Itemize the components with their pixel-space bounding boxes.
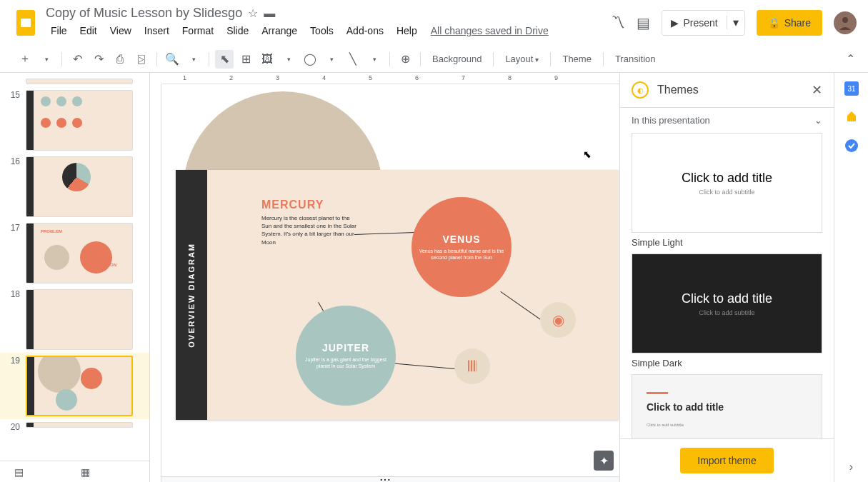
menu-insert[interactable]: Insert — [139, 22, 174, 39]
theme-button[interactable]: Theme — [557, 54, 597, 64]
mercury-title[interactable]: MERCURY — [261, 199, 324, 211]
thumb-preview[interactable] — [26, 156, 133, 217]
move-folder-icon[interactable]: ▬ — [264, 7, 275, 20]
share-button[interactable]: 🔒 Share — [757, 10, 822, 36]
present-button[interactable]: ▶Present ▾ — [662, 10, 744, 36]
themes-list[interactable]: Click to add titleClick to add subtitleS… — [620, 133, 834, 438]
mercury-text[interactable]: Mercury is the closest planet to the Sun… — [261, 214, 361, 246]
thumb-preview[interactable] — [26, 289, 133, 350]
thumbnail-16[interactable]: 16 — [0, 154, 149, 220]
select-tool[interactable]: ⬉ — [215, 50, 234, 69]
layout-button[interactable]: Layout — [499, 54, 544, 64]
undo-button[interactable]: ↶ — [68, 50, 86, 69]
image-tool[interactable]: 🖼 — [258, 50, 276, 69]
tasks-icon[interactable] — [844, 139, 859, 153]
new-slide-button[interactable]: ＋ — [16, 50, 34, 69]
menu-arrange[interactable]: Arrange — [256, 22, 302, 39]
theme-preview[interactable]: Click to add titleClick to add subtitle — [632, 133, 822, 233]
canvas[interactable]: ⬉ OVERVIEW DIAGRAM MERCURY Mercury is th… — [161, 84, 619, 476]
transition-button[interactable]: Transition — [609, 54, 662, 64]
star-icon[interactable]: ☆ — [248, 6, 258, 20]
jupiter-title: JUPITER — [322, 342, 369, 353]
theme-card[interactable]: Click to add titleClick to add subtitleS… — [632, 133, 822, 248]
themes-panel: ◐ Themes ✕ In this presentation ⌄ Click … — [619, 73, 834, 482]
calendar-icon[interactable]: 31 — [844, 81, 859, 96]
menu-slide[interactable]: Slide — [221, 22, 254, 39]
resizer[interactable]: ⋯ — [150, 476, 619, 482]
close-icon[interactable]: ✕ — [812, 82, 822, 98]
comment-button[interactable]: ⊕ — [396, 50, 414, 69]
expand-sidepanel-icon[interactable]: › — [849, 461, 853, 473]
ruler-tick: 9 — [554, 74, 558, 81]
theme-name: Simple Light — [632, 237, 822, 248]
side-label[interactable]: OVERVIEW DIAGRAM — [176, 170, 207, 420]
redo-button[interactable]: ↷ — [89, 50, 108, 69]
ruler-horizontal: 123456789 — [161, 73, 619, 84]
present-dropdown[interactable]: ▾ — [727, 16, 744, 29]
image-dropdown[interactable]: ▾ — [279, 50, 298, 69]
menu-tools[interactable]: Tools — [305, 22, 339, 39]
jupiter-circle[interactable]: JUPITER Jupiter is a gas giant and the b… — [296, 306, 396, 406]
menu-edit[interactable]: Edit — [75, 22, 102, 39]
filmstrip[interactable]: 151617PROBLEMSOLUTION181920 — [0, 73, 150, 482]
activity-icon[interactable]: 〽 — [611, 14, 625, 31]
explore-button[interactable]: ✦ — [594, 451, 614, 471]
thumb-preview[interactable] — [26, 422, 133, 428]
menu-format[interactable]: Format — [177, 22, 219, 39]
thumb-preview[interactable] — [26, 79, 133, 84]
thumbnail-20[interactable]: 20 — [0, 419, 149, 435]
ruler-tick: 3 — [276, 74, 279, 81]
textbox-tool[interactable]: ⊞ — [236, 50, 255, 69]
line-dropdown[interactable]: ▾ — [365, 50, 384, 69]
keep-icon[interactable] — [844, 110, 859, 124]
thumb-number: 19 — [9, 356, 20, 366]
menu-help[interactable]: Help — [391, 22, 422, 39]
venus-circle[interactable]: VENUS Venus has a beautiful name and is … — [411, 197, 512, 297]
paint-format-button[interactable]: ⍄ — [132, 50, 151, 69]
ruler-tick: 7 — [462, 74, 465, 81]
menu-file[interactable]: File — [46, 22, 72, 39]
theme-card[interactable]: Click to add titleClick to add subtitleS… — [632, 253, 822, 368]
thumbnail-18[interactable]: 18 — [0, 286, 149, 353]
lock-icon: 🔒 — [768, 17, 780, 29]
cursor-icon: ⬉ — [583, 149, 592, 160]
themes-section-header[interactable]: In this presentation ⌄ — [620, 107, 834, 133]
theme-preview[interactable]: Click to add titleClick to add subtitle — [632, 253, 822, 353]
themes-icon: ◐ — [632, 81, 649, 99]
icon-circle-column[interactable]: 𝄃𝄃𝄃 — [454, 348, 490, 384]
saved-status[interactable]: All changes saved in Drive — [431, 25, 549, 36]
grid-view-icon[interactable]: ▦ — [81, 466, 90, 478]
background-button[interactable]: Background — [426, 54, 487, 64]
line-tool[interactable]: ╲ — [344, 50, 362, 69]
filmstrip-view-icon[interactable]: ▤ — [14, 466, 24, 478]
zoom-button[interactable]: 🔍 — [163, 50, 181, 69]
import-theme-button[interactable]: Import theme — [680, 448, 773, 473]
shape-tool[interactable]: ◯ — [301, 50, 319, 69]
doc-title[interactable]: Copy of Music Lesson by Slidesgo — [46, 6, 242, 21]
menu-add-ons[interactable]: Add-ons — [341, 22, 389, 39]
side-label-text: OVERVIEW DIAGRAM — [187, 243, 196, 348]
new-slide-dropdown[interactable]: ▾ — [37, 50, 56, 69]
thumbnail-17[interactable]: 17PROBLEMSOLUTION — [0, 220, 149, 286]
account-avatar[interactable] — [834, 11, 857, 34]
print-button[interactable]: ⎙ — [111, 50, 129, 69]
theme-preview[interactable]: Click to add titleClick to add subtitle — [632, 374, 822, 438]
thumb-preview[interactable] — [26, 90, 133, 151]
zoom-dropdown[interactable]: ▾ — [184, 50, 203, 69]
ruler-tick: 8 — [508, 74, 512, 81]
ruler-tick: 6 — [415, 74, 419, 81]
slide[interactable]: OVERVIEW DIAGRAM MERCURY Mercury is the … — [176, 170, 619, 420]
thumb-preview[interactable] — [26, 356, 133, 416]
shape-dropdown[interactable]: ▾ — [322, 50, 341, 69]
svg-text:31: 31 — [847, 85, 856, 93]
collapse-toolbar-icon[interactable]: ⌃ — [841, 50, 859, 69]
icon-circle-drum[interactable]: ◉ — [540, 302, 576, 338]
comments-icon[interactable]: ▤ — [637, 14, 650, 31]
thumb-number: 18 — [9, 289, 20, 299]
thumbnail-19[interactable]: 19 — [0, 353, 149, 419]
slides-logo[interactable] — [11, 9, 40, 37]
thumb-preview[interactable]: PROBLEMSOLUTION — [26, 223, 133, 283]
menu-view[interactable]: View — [105, 22, 136, 39]
thumbnail-15[interactable]: 15 — [0, 87, 149, 154]
theme-card[interactable]: Click to add titleClick to add subtitle — [632, 374, 822, 438]
